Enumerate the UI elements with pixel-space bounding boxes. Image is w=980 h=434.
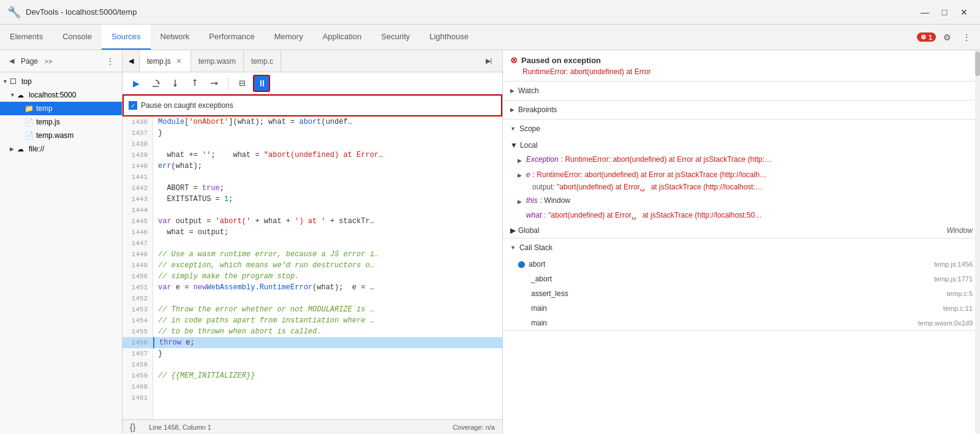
file-tab-tempc[interactable]: temp.c — [244, 50, 281, 72]
sidebar-more-btn[interactable]: >> — [42, 55, 55, 68]
file-tab-label-tempc: temp.c — [251, 57, 273, 66]
step-icon — [209, 78, 219, 88]
tab-application[interactable]: Application — [313, 25, 372, 50]
code-line-1439: what += ''; what = "abort(undefined) at … — [153, 150, 502, 161]
main-layout: ◀ Page >> ⋮ ▼ ☐ top ▼ ☁ localhost:5000 — [0, 50, 980, 434]
right-panel-scroll[interactable]: ⊗ Paused on exception RuntimeError: abor… — [503, 50, 980, 434]
callstack-item-abort[interactable]: 🔵 abort temp.js:1456 — [503, 257, 980, 272]
scope-global-label: Global — [518, 226, 540, 235]
tab-performance[interactable]: Performance — [199, 25, 264, 50]
callstack-item-_abort[interactable]: _abort temp.js:1771 — [503, 272, 980, 286]
callstack-name-_abort: _abort — [531, 275, 934, 283]
right-panel: ⊗ Paused on exception RuntimeError: abor… — [502, 50, 980, 434]
accordion-breakpoints: ▶ Breakpoints — [503, 101, 980, 120]
right-panel-vscrollbar[interactable] — [975, 50, 980, 434]
scope-local-header[interactable]: ▼ Local — [503, 138, 980, 153]
sidebar: ◀ Page >> ⋮ ▼ ☐ top ▼ ☁ localhost:5000 — [0, 50, 123, 434]
file-tabs-more[interactable]: ▶| — [480, 53, 497, 70]
step-out-icon — [190, 78, 200, 88]
file-tabs-end: ▶| — [475, 50, 502, 72]
callstack-name-main2: main — [531, 319, 918, 327]
more-icon[interactable]: ⋮ — [958, 29, 975, 46]
accordion-header-breakpoints[interactable]: ▶ Breakpoints — [503, 101, 980, 119]
callstack-name-main1: main — [531, 304, 943, 313]
scope-item-what[interactable]: ▶ what : "abort(undefined) at Error␣ at … — [503, 208, 980, 223]
step-button[interactable] — [206, 75, 223, 92]
file-icon-wasm: 📄 — [24, 131, 34, 140]
pause-caught-label: Pause on caught exceptions — [141, 101, 233, 110]
error-badge-count: 1 — [929, 34, 932, 41]
code-panel: ◀ temp.js ✕ temp.wasm temp.c ▶| ▶ — [123, 50, 502, 434]
pause-exceptions-button[interactable]: ⏸ — [253, 75, 270, 92]
file-tab-tempwasm[interactable]: temp.wasm — [191, 50, 244, 72]
right-panel-inner: ⊗ Paused on exception RuntimeError: abor… — [503, 50, 980, 434]
scope-global-header[interactable]: ▶ Global Window — [503, 223, 980, 238]
vscrollbar-thumb[interactable] — [975, 51, 980, 76]
code-line-1451: var e = new WebAssembly.RuntimeError(wha… — [153, 282, 502, 293]
tab-lighthouse[interactable]: Lighthouse — [420, 25, 478, 50]
tab-memory[interactable]: Memory — [265, 25, 313, 50]
callstack-item-main1[interactable]: main temp.c:11 — [503, 301, 980, 316]
file-icon-js: 📄 — [24, 118, 34, 126]
tree-item-top[interactable]: ▼ ☐ top — [0, 75, 122, 88]
code-scroll[interactable]: 14361437143814391440 1441144214431444144… — [123, 116, 502, 419]
settings-icon[interactable]: ⚙ — [938, 29, 956, 46]
tree-arrow-file: ▶ — [10, 146, 17, 152]
callstack-body: 🔵 abort temp.js:1456 _abort temp.js:1771… — [503, 257, 980, 330]
accordion-header-scope[interactable]: ▼ Scope — [503, 120, 980, 138]
minimize-button[interactable]: — — [916, 4, 933, 21]
step-out-button[interactable] — [186, 75, 203, 92]
tree-item-localhost[interactable]: ▼ ☁ localhost:5000 — [0, 88, 122, 102]
scope-item-this[interactable]: ▶ this : Window — [503, 194, 980, 208]
sidebar-nav-back[interactable]: ◀ — [5, 55, 18, 68]
scope-e-val: RuntimeError: abort(undefined) at Error … — [537, 169, 767, 180]
code-line-1447 — [153, 238, 502, 249]
tab-security[interactable]: Security — [371, 25, 420, 50]
pause-caught-checkbox[interactable]: ✓ — [129, 101, 137, 110]
tab-console[interactable]: Console — [53, 25, 102, 50]
deactivate-button[interactable]: ⊟ — [233, 75, 251, 92]
format-icon[interactable]: {} — [130, 422, 135, 432]
exception-title-text: Paused on exception — [521, 56, 601, 65]
close-button[interactable]: ✕ — [956, 4, 973, 21]
callstack-file-abort: temp.js:1456 — [934, 261, 973, 268]
step-into-button[interactable] — [167, 75, 184, 92]
resume-button[interactable]: ▶ — [127, 75, 145, 92]
scope-what-val: "abort(undefined) at Error␣ at jsStackTr… — [548, 210, 762, 221]
callstack-name-assert_less: assert_less — [531, 289, 947, 298]
scope-local-arrow: ▼ — [510, 141, 518, 150]
scope-item-e[interactable]: ▶ e : RuntimeError: abort(undefined) at … — [503, 167, 980, 194]
file-tabs-prev[interactable]: ◀ — [123, 50, 140, 72]
tree-item-tempwasm[interactable]: 📄 temp.wasm — [0, 129, 122, 142]
scope-global-right: Window — [946, 226, 973, 235]
scope-item-exception[interactable]: ▶ Exception : RuntimeError: abort(undefi… — [503, 153, 980, 167]
accordion-header-watch[interactable]: ▶ Watch — [503, 82, 980, 100]
code-line-1444 — [153, 205, 502, 216]
callstack-label: Call Stack — [519, 243, 552, 252]
chevron-left-icon: ◀ — [129, 57, 134, 65]
code-line-1459: // {{MEM_INITIALIZER}} — [153, 370, 502, 381]
callstack-item-assert_less[interactable]: assert_less temp.c:5 — [503, 286, 980, 301]
tree-item-file[interactable]: ▶ ☁ file:// — [0, 142, 122, 156]
tab-sources[interactable]: Sources — [102, 25, 151, 50]
accordion-header-callstack[interactable]: ▼ Call Stack — [503, 238, 980, 257]
file-tab-tempjs[interactable]: temp.js ✕ — [140, 50, 191, 72]
tabbar-right: ⊗ 1 ⚙ ⋮ — [917, 25, 980, 50]
maximize-button[interactable]: □ — [936, 4, 953, 21]
callstack-item-main2[interactable]: main temp.wasm:0x1d9 — [503, 316, 980, 330]
sidebar-menu-btn[interactable]: ⋮ — [104, 55, 117, 68]
watch-arrow-icon: ▶ — [510, 88, 514, 94]
error-badge[interactable]: ⊗ 1 — [917, 32, 936, 42]
file-tab-close-tempjs[interactable]: ✕ — [175, 57, 183, 66]
cloud-icon: ☁ — [17, 145, 27, 153]
code-line-1440: err(what); — [153, 161, 502, 172]
scope-what-key: what — [526, 210, 541, 221]
code-view[interactable]: 14361437143814391440 1441144214431444144… — [123, 116, 502, 419]
tree-label-tempwasm: temp.wasm — [36, 131, 74, 140]
tree-item-tempjs[interactable]: 📄 temp.js — [0, 115, 122, 129]
tab-elements[interactable]: Elements — [0, 25, 53, 50]
tree-item-temp[interactable]: 📁 temp — [0, 102, 122, 115]
step-over-button[interactable] — [147, 75, 164, 92]
tab-network[interactable]: Network — [151, 25, 200, 50]
code-line-1455: // to be thrown when abort is called. — [153, 326, 502, 337]
